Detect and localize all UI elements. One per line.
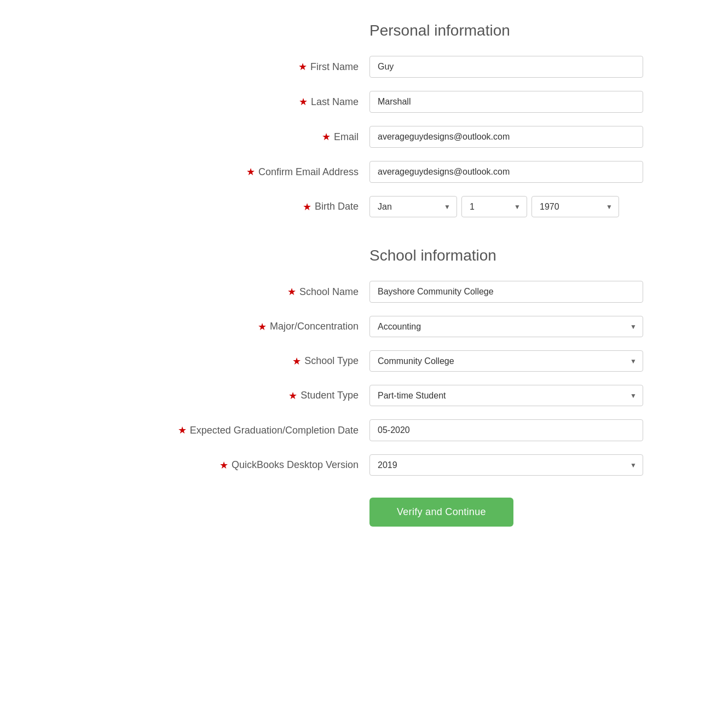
confirm-email-row: ★ Confirm Email Address xyxy=(85,161,643,183)
birth-date-group: Jan Feb Mar Apr May Jun Jul Aug Sep Oct … xyxy=(369,196,643,217)
student-type-label: Student Type xyxy=(301,390,359,401)
email-label: Email xyxy=(334,131,359,143)
student-type-select[interactable]: Part-time Student Full-time Student xyxy=(369,385,643,406)
school-type-row: ★ School Type Community College Universi… xyxy=(85,350,643,372)
first-name-input[interactable] xyxy=(369,56,643,78)
qb-version-label: QuickBooks Desktop Version xyxy=(232,459,359,471)
last-name-row: ★ Last Name xyxy=(85,91,643,113)
qb-version-select-wrapper: 2019 2020 2021 2018 ▼ xyxy=(369,454,643,476)
birth-month-select[interactable]: Jan Feb Mar Apr May Jun Jul Aug Sep Oct … xyxy=(369,196,457,217)
school-name-label: School Name xyxy=(299,286,359,298)
required-star-email: ★ xyxy=(322,132,331,142)
grad-date-input[interactable] xyxy=(369,419,643,441)
major-row: ★ Major/Concentration Accounting Finance… xyxy=(85,316,643,337)
email-row: ★ Email xyxy=(85,126,643,148)
required-star-qbversion: ★ xyxy=(219,460,228,470)
required-star-studenttype: ★ xyxy=(288,391,297,401)
birth-date-label: Birth Date xyxy=(315,201,359,212)
birth-day-select[interactable]: 1 2 3 4 5 6 7 8 9 10 11 12 13 14 xyxy=(461,196,527,217)
school-name-input[interactable] xyxy=(369,281,643,303)
required-star-graddate: ★ xyxy=(178,425,187,435)
last-name-label: Last Name xyxy=(311,96,359,108)
required-star-major: ★ xyxy=(258,322,267,332)
birth-year-wrapper: 1970 1971 1972 1969 1968 ▼ xyxy=(531,196,619,217)
last-name-input[interactable] xyxy=(369,91,643,113)
school-section-title: School information xyxy=(85,247,643,264)
birth-date-row: ★ Birth Date Jan Feb Mar Apr May Jun Jul… xyxy=(85,196,643,217)
grad-date-label: Expected Graduation/Completion Date xyxy=(190,425,359,436)
required-star-schoolname: ★ xyxy=(287,287,296,297)
personal-section-title: Personal information xyxy=(85,22,643,39)
major-label: Major/Concentration xyxy=(270,321,359,332)
school-type-select[interactable]: Community College University Trade Schoo… xyxy=(369,350,643,372)
birth-year-select[interactable]: 1970 1971 1972 1969 1968 xyxy=(531,196,619,217)
school-type-select-wrapper: Community College University Trade Schoo… xyxy=(369,350,643,372)
grad-date-row: ★ Expected Graduation/Completion Date xyxy=(85,419,643,441)
required-star-lastname: ★ xyxy=(299,97,308,107)
first-name-row: ★ First Name xyxy=(85,56,643,78)
student-type-row: ★ Student Type Part-time Student Full-ti… xyxy=(85,385,643,406)
verify-continue-button[interactable]: Verify and Continue xyxy=(369,498,513,527)
required-star-confirm-email: ★ xyxy=(246,167,255,177)
school-name-row: ★ School Name xyxy=(85,281,643,303)
birth-month-wrapper: Jan Feb Mar Apr May Jun Jul Aug Sep Oct … xyxy=(369,196,457,217)
birth-day-wrapper: 1 2 3 4 5 6 7 8 9 10 11 12 13 14 xyxy=(461,196,527,217)
qb-version-select[interactable]: 2019 2020 2021 2018 xyxy=(369,454,643,476)
required-star-birthdate: ★ xyxy=(303,202,311,212)
school-type-label: School Type xyxy=(304,355,359,367)
confirm-email-input[interactable] xyxy=(369,161,643,183)
required-star-schooltype: ★ xyxy=(292,356,301,366)
confirm-email-label: Confirm Email Address xyxy=(258,166,359,178)
qb-version-row: ★ QuickBooks Desktop Version 2019 2020 2… xyxy=(85,454,643,476)
major-select[interactable]: Accounting Finance Business Other xyxy=(369,316,643,337)
student-type-select-wrapper: Part-time Student Full-time Student ▼ xyxy=(369,385,643,406)
first-name-label: First Name xyxy=(310,61,359,73)
email-input[interactable] xyxy=(369,126,643,148)
required-star-firstname: ★ xyxy=(298,62,307,72)
major-select-wrapper: Accounting Finance Business Other ▼ xyxy=(369,316,643,337)
